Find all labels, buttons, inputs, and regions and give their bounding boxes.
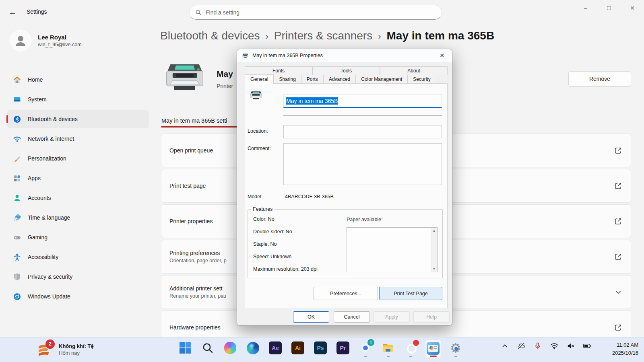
sidebar-item-privacy-security[interactable]: Privacy & security [7,268,149,286]
breadcrumb-printers-scanners[interactable]: Printers & scanners [274,29,372,42]
app-title: Settings [27,8,47,15]
cancel-button[interactable]: Cancel [334,311,370,323]
sidebar-item-apps[interactable]: Apps [7,169,149,187]
feature-max-resolution: Maximum resolution: 203 dpi [253,266,318,272]
tab-fonts[interactable]: Fonts [245,66,312,75]
obs-button[interactable] [402,339,419,358]
location-input[interactable] [283,125,442,138]
sidebar-item-personalization[interactable]: Personalization [7,150,149,167]
back-button[interactable]: ← [7,7,18,18]
person-icon [13,33,28,48]
tray-date: 2025/10/16 [612,349,638,357]
external-link-icon [614,181,623,190]
photoshop-button[interactable]: Ps [312,339,328,358]
premiere-icon: Pr [336,341,349,354]
sidebar-nav: Home System Bluetooth & devices Network … [2,71,149,307]
printer-image [163,63,207,94]
system-icon [13,95,21,104]
bluetooth-icon [13,115,21,123]
file-explorer-button[interactable] [380,339,396,358]
start-button[interactable] [177,339,193,358]
tab-advanced[interactable]: Advanced [324,75,356,84]
chrome-icon: T [359,341,372,354]
breadcrumb-bluetooth-devices[interactable]: Bluetooth & devices [160,29,260,42]
tray-chevron-up-icon[interactable] [500,341,509,350]
sidebar-item-bluetooth-devices[interactable]: Bluetooth & devices [7,110,149,128]
apply-button[interactable]: Apply [374,311,410,323]
print-test-page-button[interactable]: Print Test Page [379,287,442,300]
maximize-icon [607,6,611,10]
sidebar-item-windows-update[interactable]: Windows Update [7,288,149,305]
maximize-button[interactable] [597,0,621,16]
premiere-button[interactable]: Pr [335,339,351,358]
sidebar-item-home[interactable]: Home [7,71,149,88]
running-indicator [364,356,367,357]
selected-text: May in tem ma 365B [286,97,338,105]
close-button[interactable]: ✕ [621,0,644,16]
notification-badge: 2 [45,339,55,349]
settings-search[interactable] [189,5,442,20]
dialog-footer: OK Cancel Apply Help [237,308,452,325]
chrome-button[interactable]: T [357,339,374,358]
sidebar-item-accounts[interactable]: Accounts [7,189,149,207]
avatar [9,29,32,52]
photoshop-icon: Ps [314,341,327,354]
obs-icon [405,342,417,354]
help-button[interactable]: Help [413,311,450,323]
chevron-down-icon [614,288,623,296]
onedrive-paused-icon[interactable] [517,341,526,350]
ok-button[interactable]: OK [293,311,329,323]
scroll-down-icon[interactable]: ▼ [433,267,436,271]
printer-name-input[interactable]: May in tem ma 365B [283,94,442,108]
comment-input[interactable] [283,143,442,185]
sidebar-item-accessibility[interactable]: Accessibility [7,248,149,266]
sidebar-item-gaming[interactable]: Gaming [7,228,149,246]
tab-general[interactable]: General [245,74,274,84]
active-app-button[interactable] [425,339,441,358]
external-link-icon [614,146,623,155]
dialog-titlebar[interactable]: May in tem ma 365B Properties ✕ [237,49,452,62]
printer-settings-heading: May in tem ma 365B setti [161,117,227,124]
scroll-up-icon[interactable]: ▲ [433,229,436,232]
battery-icon[interactable] [583,341,592,350]
remove-button[interactable]: Remove [568,71,631,86]
volume-muted-icon[interactable] [566,341,575,350]
control-panel-icon [427,342,440,355]
settings-gear-button[interactable]: ⚙ [448,339,464,358]
tab-tools[interactable]: Tools [312,66,380,75]
tab-sharing[interactable]: Sharing [274,75,301,84]
microphone-icon[interactable] [533,341,542,350]
wifi-icon[interactable] [550,341,559,350]
dialog-close-icon[interactable]: ✕ [437,51,447,60]
minimize-button[interactable]: – [574,0,597,16]
illustrator-icon: Ai [291,341,304,354]
tab-color-management[interactable]: Color Management [356,75,408,84]
sidebar-item-time-language[interactable]: Time & language [7,209,149,226]
sidebar-item-network-internet[interactable]: Network & internet [7,130,149,148]
tab-security[interactable]: Security [408,75,436,84]
paper-available-listbox[interactable]: ▲ ▼ [347,227,438,272]
listbox-scrollbar[interactable]: ▲ ▼ [431,228,437,272]
clock[interactable]: 11:02 AM 2025/10/16 [612,341,638,357]
location-label: Location: [248,128,268,134]
settings-titlebar: ← Settings – ✕ [0,0,644,24]
active-indicator [430,356,437,357]
edge-button[interactable] [245,339,261,358]
printer-type-label: Printer [217,83,233,89]
paper-available-label: Paper available: [347,217,383,222]
folder-icon [381,341,395,355]
illustrator-button[interactable]: Ai [290,339,306,358]
sidebar-item-system[interactable]: System [7,90,149,108]
search-input[interactable] [206,9,436,16]
tab-ports[interactable]: Ports [301,75,324,84]
tab-about[interactable]: About [380,66,448,75]
apps-icon [13,174,21,183]
windows-logo-icon [178,341,192,355]
copilot-button[interactable] [222,339,238,358]
model-label: Model: [248,194,263,200]
weather-widget[interactable]: 2 Không khí: Tệ Hôm nay [35,341,94,358]
user-profile[interactable]: Lee Royal win_t_95@live.com [9,29,82,52]
after-effects-button[interactable]: Ae [267,339,283,358]
preferences-button[interactable]: Preferences... [314,287,378,300]
taskbar-search-button[interactable] [200,339,216,358]
